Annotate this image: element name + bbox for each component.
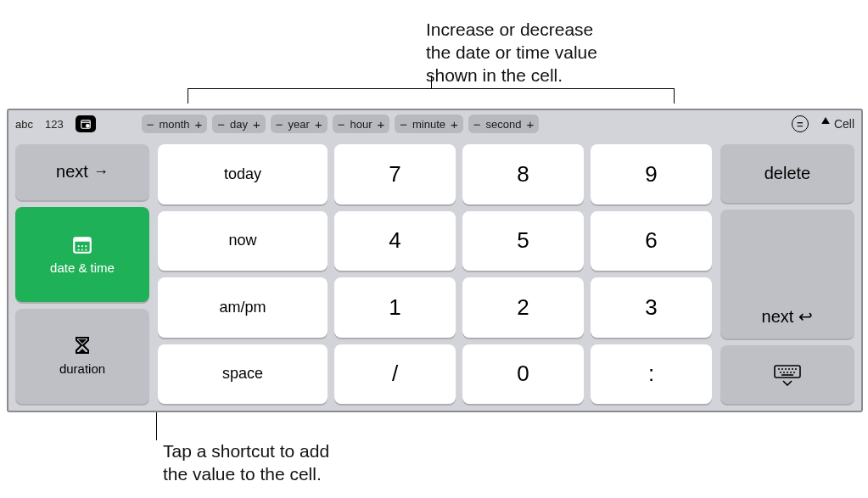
callout-bracket-top [188, 88, 675, 104]
stepper-plus-button[interactable]: + [526, 118, 534, 131]
key-label: next [56, 162, 88, 182]
svg-point-9 [78, 249, 80, 251]
stepper-plus-button[interactable]: + [253, 118, 260, 131]
svg-point-7 [81, 246, 83, 248]
key-3[interactable]: 3 [591, 277, 712, 338]
callout-line: Tap a shortcut to add [163, 440, 329, 463]
callout-line: shown in the cell. [426, 64, 597, 87]
stepper-label: month [159, 118, 189, 131]
mode-duration-button[interactable]: duration [15, 309, 149, 404]
svg-rect-12 [775, 366, 800, 378]
key-6[interactable]: 6 [591, 211, 712, 271]
cell-mode-button[interactable]: Cell [820, 117, 854, 131]
callout-line: Increase or decrease [426, 19, 597, 42]
stepper-minute: − minute + [395, 115, 463, 133]
key-1[interactable]: 1 [334, 277, 456, 338]
stepper-minus-button[interactable]: − [473, 118, 481, 131]
stepper-plus-button[interactable]: + [315, 118, 322, 131]
stepper-plus-button[interactable]: + [451, 118, 458, 131]
left-column: next → date & time [15, 144, 149, 404]
return-icon: ↩ [798, 306, 813, 327]
svg-marker-3 [821, 117, 830, 124]
stepper-plus-button[interactable]: + [377, 118, 384, 131]
calendar-icon [71, 233, 93, 255]
mode-date-time-button[interactable]: date & time [15, 207, 149, 302]
keyboard-dismiss-icon [773, 364, 802, 386]
callout-top: Increase or decrease the date or time va… [426, 19, 597, 87]
stepper-minus-button[interactable]: − [147, 118, 154, 131]
stepper-minus-button[interactable]: − [338, 118, 345, 131]
key-5[interactable]: 5 [462, 211, 584, 271]
key-label: duration [59, 361, 105, 376]
stepper-label: year [288, 118, 310, 131]
key-2[interactable]: 2 [462, 277, 584, 338]
key-grid: next → date & time [8, 137, 861, 411]
shortcut-space-button[interactable]: space [158, 344, 328, 405]
next-cell-button[interactable]: next ↩ [720, 210, 854, 339]
mode-123-button[interactable]: 123 [45, 118, 64, 131]
formula-icon[interactable]: = [792, 115, 809, 132]
shortcut-today-button[interactable]: today [158, 144, 328, 204]
stepper-label: minute [412, 118, 445, 131]
stepper-plus-button[interactable]: + [195, 118, 203, 131]
arrow-right-icon: → [93, 163, 109, 181]
stepper-minus-button[interactable]: − [276, 118, 283, 131]
stepper-minus-button[interactable]: − [217, 118, 225, 131]
key-9[interactable]: 9 [591, 144, 712, 204]
delete-button[interactable]: delete [720, 144, 854, 203]
shortcut-now-button[interactable]: now [158, 211, 328, 271]
callout-line: the date or time value [426, 42, 597, 64]
key-label: next [762, 307, 794, 327]
mid-grid: today 7 8 9 now 4 5 6 am/pm 1 2 3 space … [158, 144, 712, 404]
stepper-second: − second + [468, 115, 539, 133]
stepper-label: hour [350, 118, 372, 131]
stepper-label: second [486, 118, 522, 131]
keyboard-chromebar: abc 123 − month + − day + − [8, 110, 861, 137]
cell-mode-label: Cell [834, 117, 854, 131]
key-8[interactable]: 8 [462, 144, 584, 204]
keyboard-panel: abc 123 − month + − day + − [7, 109, 863, 412]
right-column: delete next ↩ [720, 144, 854, 404]
stepper-minus-button[interactable]: − [400, 118, 407, 131]
key-7[interactable]: 7 [334, 144, 456, 204]
hourglass-icon [74, 336, 91, 356]
stepper-month: − month + [142, 115, 208, 133]
key-4[interactable]: 4 [334, 211, 456, 271]
callout-bottom: Tap a shortcut to add the value to the c… [163, 440, 329, 486]
mode-datetime-icon[interactable] [76, 115, 96, 132]
stepper-label: day [230, 118, 248, 131]
shortcut-ampm-button[interactable]: am/pm [158, 277, 328, 338]
mode-abc-button[interactable]: abc [15, 118, 33, 131]
callout-line: the value to the cell. [163, 463, 329, 486]
svg-point-6 [78, 246, 80, 248]
next-field-button[interactable]: next → [15, 144, 149, 200]
key-slash[interactable]: / [334, 344, 456, 405]
stepper-row: − month + − day + − year + − hour + − mi [142, 115, 540, 133]
key-0[interactable]: 0 [462, 344, 584, 405]
dismiss-keyboard-button[interactable] [720, 345, 854, 404]
stepper-hour: − hour + [333, 115, 390, 133]
key-colon[interactable]: : [591, 344, 712, 405]
key-label: date & time [50, 260, 115, 275]
svg-point-2 [86, 124, 90, 128]
svg-point-8 [85, 246, 87, 248]
stepper-day: − day + [212, 115, 266, 133]
stepper-year: − year + [271, 115, 328, 133]
key-label: delete [764, 164, 811, 183]
svg-point-11 [85, 249, 87, 251]
svg-rect-5 [74, 238, 91, 242]
svg-point-10 [81, 249, 83, 251]
